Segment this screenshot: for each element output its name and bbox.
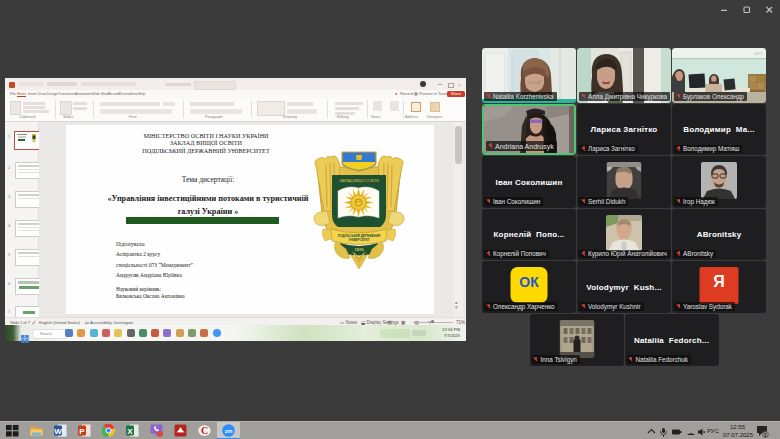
svg-text:0871: 0871 [754,51,764,56]
svg-text:1919: 1919 [355,247,365,252]
svg-text:W: W [54,427,62,436]
svg-text:ЗАКЛАД ВИЩОЇ ОСВІТИ: ЗАКЛАД ВИЩОЇ ОСВІТИ [339,179,379,183]
svg-text:1: 1 [764,432,767,438]
svg-text:УНІВЕРСИТЕТ: УНІВЕРСИТЕТ [349,238,370,242]
svg-text:C: C [200,425,207,436]
svg-text:P: P [79,427,85,436]
svg-text:X: X [127,427,133,436]
svg-text:zm: zm [224,428,232,434]
